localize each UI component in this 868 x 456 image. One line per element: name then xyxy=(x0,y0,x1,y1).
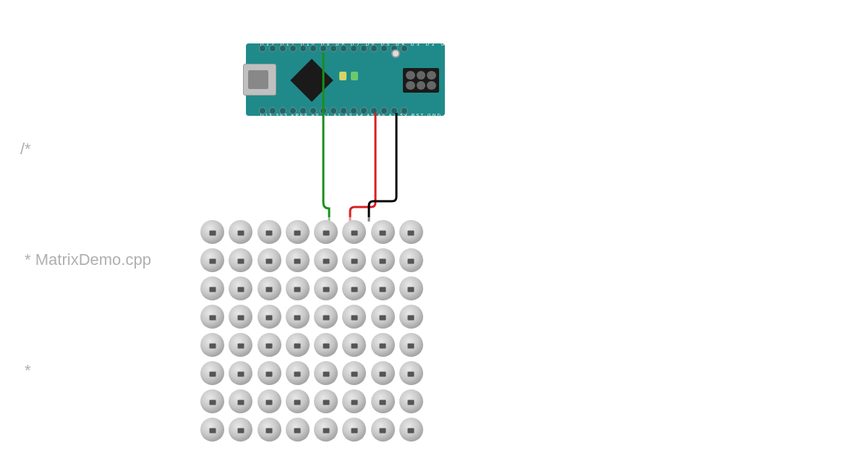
pin[interactable] xyxy=(259,107,266,114)
neopixel-led xyxy=(258,418,281,442)
pin[interactable] xyxy=(391,107,398,114)
neopixel-led xyxy=(399,333,423,357)
neopixel-led xyxy=(314,276,338,300)
neopixel-led xyxy=(200,361,224,385)
pin[interactable] xyxy=(320,45,327,52)
neopixel-led xyxy=(314,389,338,413)
neopixel-led xyxy=(399,389,423,413)
pin[interactable] xyxy=(340,45,347,52)
neopixel-led xyxy=(200,220,224,244)
neopixel-led xyxy=(229,276,252,300)
pin[interactable] xyxy=(350,45,357,52)
pin[interactable] xyxy=(401,45,408,52)
neopixel-led xyxy=(399,248,423,272)
neopixel-led xyxy=(342,333,366,357)
pin[interactable] xyxy=(360,107,367,114)
pin[interactable] xyxy=(259,45,266,52)
neopixel-led xyxy=(258,220,281,244)
neopixel-led xyxy=(229,305,252,329)
neopixel-led xyxy=(200,333,224,357)
icsp-pin[interactable] xyxy=(427,71,436,80)
neopixel-led xyxy=(286,361,310,385)
pin[interactable] xyxy=(299,45,307,52)
pin[interactable] xyxy=(401,107,408,114)
neopixel-led xyxy=(258,333,281,357)
neopixel-led xyxy=(314,361,338,385)
neopixel-led xyxy=(200,389,224,413)
neopixel-led xyxy=(314,248,338,272)
pin[interactable] xyxy=(269,107,276,114)
neopixel-led xyxy=(342,305,366,329)
icsp-pin[interactable] xyxy=(427,81,436,90)
pin[interactable] xyxy=(370,45,378,52)
icsp-pin[interactable] xyxy=(406,81,415,90)
pin[interactable] xyxy=(310,107,317,114)
tx-led-icon xyxy=(339,72,346,80)
pin[interactable] xyxy=(279,45,286,52)
pin[interactable] xyxy=(330,107,337,114)
neopixel-led xyxy=(258,276,281,300)
pin[interactable] xyxy=(380,107,388,114)
neopixel-led xyxy=(258,389,281,413)
neopixel-led xyxy=(200,305,224,329)
pin[interactable] xyxy=(360,45,367,52)
rx-led-icon xyxy=(351,72,358,80)
pin[interactable] xyxy=(380,45,388,52)
neopixel-led xyxy=(229,418,252,442)
neopixel-led xyxy=(342,276,366,300)
pin[interactable] xyxy=(330,45,337,52)
pin[interactable] xyxy=(289,107,297,114)
pin[interactable] xyxy=(269,45,276,52)
neopixel-led xyxy=(371,276,395,300)
neopixel-led xyxy=(342,418,366,442)
pin[interactable] xyxy=(279,107,286,114)
neopixel-led xyxy=(286,220,310,244)
neopixel-led xyxy=(371,333,395,357)
icsp-pin[interactable] xyxy=(406,71,415,80)
neopixel-led xyxy=(371,389,395,413)
pin[interactable] xyxy=(310,45,317,52)
neopixel-led xyxy=(399,305,423,329)
pin[interactable] xyxy=(299,107,307,114)
reset-button[interactable] xyxy=(391,49,400,58)
pin[interactable] xyxy=(350,107,357,114)
neopixel-led xyxy=(200,418,224,442)
neopixel-led xyxy=(371,305,395,329)
neopixel-led xyxy=(258,305,281,329)
neopixel-led xyxy=(342,248,366,272)
status-leds xyxy=(339,71,360,88)
neopixel-led xyxy=(229,220,252,244)
neopixel-led xyxy=(229,389,252,413)
neopixel-led xyxy=(399,418,423,442)
neopixel-led xyxy=(314,333,338,357)
neopixel-led xyxy=(314,220,338,244)
neopixel-led xyxy=(399,220,423,244)
neopixel-led xyxy=(399,276,423,300)
bottom-pin-row xyxy=(259,107,408,114)
neopixel-led xyxy=(342,361,366,385)
neopixel-8x8-matrix[interactable] xyxy=(197,217,426,444)
icsp-header xyxy=(403,68,439,93)
neopixel-led xyxy=(371,361,395,385)
microcontroller-chip-icon xyxy=(290,59,333,101)
top-pin-row xyxy=(259,45,408,52)
pin[interactable] xyxy=(289,45,297,52)
neopixel-led xyxy=(399,361,423,385)
usb-port-icon xyxy=(243,64,276,96)
pin[interactable] xyxy=(320,107,327,114)
pin[interactable] xyxy=(370,107,378,114)
pin[interactable] xyxy=(340,107,347,114)
neopixel-led xyxy=(286,305,310,329)
neopixel-led xyxy=(371,220,395,244)
icsp-pin[interactable] xyxy=(417,71,426,80)
neopixel-led xyxy=(286,418,310,442)
circuit-diagram: D12 D11 D10 D9 D8 D7 D6 D5 D4 D3 D2 GND … xyxy=(0,0,868,456)
neopixel-led xyxy=(314,418,338,442)
neopixel-led xyxy=(286,389,310,413)
neopixel-led xyxy=(286,248,310,272)
arduino-nano-board[interactable]: D12 D11 D10 D9 D8 D7 D6 D5 D4 D3 D2 GND … xyxy=(246,43,445,116)
neopixel-led xyxy=(342,220,366,244)
neopixel-led xyxy=(371,418,395,442)
neopixel-led xyxy=(200,276,224,300)
icsp-pin[interactable] xyxy=(417,81,426,90)
